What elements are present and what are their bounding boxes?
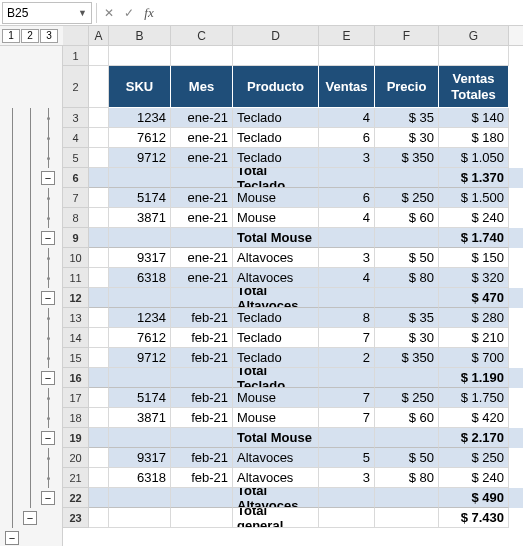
cell-producto[interactable]: Teclado — [233, 348, 319, 368]
cell[interactable] — [171, 368, 233, 388]
cell-precio[interactable]: $ 60 — [375, 408, 439, 428]
cell[interactable] — [171, 168, 233, 188]
cell-precio[interactable]: $ 60 — [375, 208, 439, 228]
row-header[interactable]: 16 — [63, 368, 89, 388]
col-header-g[interactable]: G — [439, 26, 509, 45]
cell-precio[interactable]: $ 350 — [375, 148, 439, 168]
cell-precio[interactable]: $ 80 — [375, 268, 439, 288]
cell[interactable] — [109, 428, 171, 448]
cell-producto[interactable]: Altavoces — [233, 248, 319, 268]
cell-sku[interactable]: 7612 — [109, 328, 171, 348]
row-header[interactable]: 5 — [63, 148, 89, 168]
fx-icon[interactable]: fx — [139, 3, 159, 23]
cell-sku[interactable]: 9712 — [109, 348, 171, 368]
cell-precio[interactable]: $ 50 — [375, 448, 439, 468]
cell[interactable] — [89, 188, 109, 208]
cell-mes[interactable]: feb-21 — [171, 308, 233, 328]
cell-sku[interactable]: 1234 — [109, 308, 171, 328]
cell-sku[interactable]: 7612 — [109, 128, 171, 148]
accept-formula-icon[interactable]: ✓ — [119, 3, 139, 23]
select-all-corner[interactable] — [63, 26, 89, 45]
subtotal-value[interactable]: $ 1.740 — [439, 228, 509, 248]
cell-sku[interactable]: 9712 — [109, 148, 171, 168]
cell[interactable] — [319, 428, 375, 448]
cell-sku[interactable]: 5174 — [109, 388, 171, 408]
cell[interactable] — [171, 288, 233, 308]
row-header[interactable]: 14 — [63, 328, 89, 348]
subtotal-label[interactable]: Total Mouse — [233, 228, 319, 248]
cell-producto[interactable]: Teclado — [233, 148, 319, 168]
cell[interactable] — [319, 508, 375, 528]
cell-ventas[interactable]: 6 — [319, 128, 375, 148]
header-ventas[interactable]: Ventas — [319, 66, 375, 108]
row-header[interactable]: 4 — [63, 128, 89, 148]
cell-mes[interactable]: ene-21 — [171, 128, 233, 148]
subtotal-value[interactable]: $ 490 — [439, 488, 509, 508]
row-header[interactable]: 10 — [63, 248, 89, 268]
row-header[interactable]: 13 — [63, 308, 89, 328]
cell[interactable] — [89, 208, 109, 228]
cell-producto[interactable]: Mouse — [233, 208, 319, 228]
outline-collapse-button[interactable]: − — [41, 431, 55, 445]
cell-sku[interactable]: 5174 — [109, 188, 171, 208]
cell-total[interactable]: $ 210 — [439, 328, 509, 348]
cell[interactable] — [89, 408, 109, 428]
cell[interactable] — [89, 248, 109, 268]
col-header-b[interactable]: B — [109, 26, 171, 45]
cell-ventas[interactable]: 7 — [319, 408, 375, 428]
cell-sku[interactable]: 1234 — [109, 108, 171, 128]
cell-sku[interactable]: 6318 — [109, 268, 171, 288]
header-precio[interactable]: Precio — [375, 66, 439, 108]
cell[interactable] — [319, 46, 375, 66]
cell[interactable] — [89, 228, 109, 248]
cell-producto[interactable]: Altavoces — [233, 468, 319, 488]
cell-precio[interactable]: $ 30 — [375, 328, 439, 348]
cell[interactable] — [375, 508, 439, 528]
cancel-formula-icon[interactable]: ✕ — [99, 3, 119, 23]
col-header-a[interactable]: A — [89, 26, 109, 45]
cell-ventas[interactable]: 8 — [319, 308, 375, 328]
row-header[interactable]: 23 — [63, 508, 89, 528]
cell[interactable] — [375, 288, 439, 308]
cell[interactable] — [89, 128, 109, 148]
cell-total[interactable]: $ 280 — [439, 308, 509, 328]
cell[interactable] — [109, 288, 171, 308]
header-ventas-totales[interactable]: Ventas Totales — [439, 66, 509, 108]
cell-ventas[interactable]: 4 — [319, 268, 375, 288]
cell[interactable] — [375, 228, 439, 248]
subtotal-label[interactable]: Total Teclado — [233, 368, 319, 388]
cell[interactable] — [319, 228, 375, 248]
cell[interactable] — [375, 168, 439, 188]
cell[interactable] — [171, 508, 233, 528]
cell-mes[interactable]: ene-21 — [171, 188, 233, 208]
header-producto[interactable]: Producto — [233, 66, 319, 108]
cell-total[interactable]: $ 140 — [439, 108, 509, 128]
cell-total[interactable]: $ 240 — [439, 208, 509, 228]
outline-collapse-button[interactable]: − — [41, 171, 55, 185]
cell[interactable] — [171, 488, 233, 508]
cell[interactable] — [89, 328, 109, 348]
header-mes[interactable]: Mes — [171, 66, 233, 108]
cell-mes[interactable]: feb-21 — [171, 448, 233, 468]
grand-total-value[interactable]: $ 7.430 — [439, 508, 509, 528]
row-header[interactable]: 15 — [63, 348, 89, 368]
cell-ventas[interactable]: 4 — [319, 208, 375, 228]
cell-producto[interactable]: Teclado — [233, 308, 319, 328]
cell-precio[interactable]: $ 30 — [375, 128, 439, 148]
outline-collapse-button[interactable]: − — [41, 231, 55, 245]
cell-precio[interactable]: $ 35 — [375, 308, 439, 328]
cell-total[interactable]: $ 1.050 — [439, 148, 509, 168]
cell-sku[interactable]: 9317 — [109, 248, 171, 268]
cell[interactable] — [319, 368, 375, 388]
cell[interactable] — [171, 228, 233, 248]
cell-ventas[interactable]: 3 — [319, 248, 375, 268]
row-header[interactable]: 6 — [63, 168, 89, 188]
row-header[interactable]: 2 — [63, 66, 89, 108]
cell-ventas[interactable]: 4 — [319, 108, 375, 128]
cell[interactable] — [89, 388, 109, 408]
row-header[interactable]: 22 — [63, 488, 89, 508]
cell-ventas[interactable]: 2 — [319, 348, 375, 368]
cell-total[interactable]: $ 1.500 — [439, 188, 509, 208]
cell-ventas[interactable]: 3 — [319, 468, 375, 488]
cell[interactable] — [89, 488, 109, 508]
